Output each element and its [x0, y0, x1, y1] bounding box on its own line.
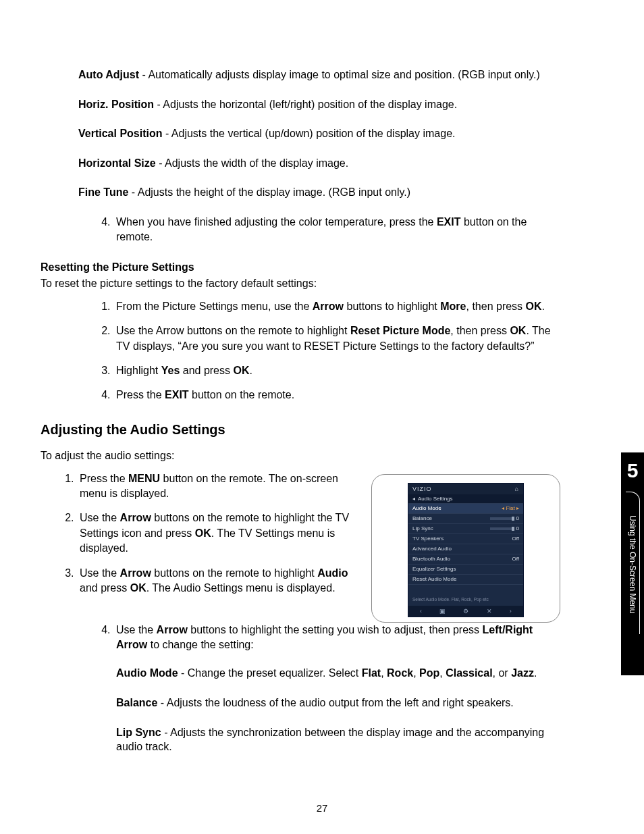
- term: Auto Adjust: [78, 69, 139, 80]
- definition-fine-tune: Fine Tune - Adjusts the height of the di…: [78, 185, 560, 200]
- audio-steps-continued: Use the Arrow buttons to highlight the s…: [41, 623, 560, 754]
- osd-hint: Select Audio Mode. Flat, Rock, Pop etc: [408, 584, 523, 606]
- osd-row-label: Bluetooth Audio: [412, 556, 450, 562]
- heading-reset-picture: Resetting the Picture Settings: [41, 261, 560, 273]
- reset-step-2: Use the Arrow buttons on the remote to h…: [113, 323, 560, 354]
- term: Vertical Position: [78, 128, 162, 139]
- chapter-tab: 5 Using the On-Screen Menu: [621, 452, 644, 675]
- osd-row-value: Off: [512, 536, 519, 542]
- reset-step-4: Press the EXIT button on the remote.: [113, 388, 560, 402]
- desc: - Adjusts the vertical (up/down) positio…: [162, 128, 455, 139]
- osd-row-label: Advanced Audio: [412, 546, 452, 552]
- osd-row-value: Off: [512, 556, 519, 562]
- osd-row: Equalizer Settings: [408, 564, 523, 574]
- desc: - Adjusts the width of the display image…: [156, 157, 348, 169]
- slider-icon: [490, 527, 514, 530]
- osd-footer: ‹ ▣ ⚙ ✕ ›: [408, 606, 523, 617]
- audio-step-3: Use the Arrow buttons on the remote to h…: [77, 566, 358, 596]
- osd-panel: VIZIO ⌂ ◂ Audio Settings Audio Mode◂ Fla…: [408, 483, 524, 617]
- audio-steps-list: Press the MENU button on the remote. The…: [41, 471, 358, 596]
- osd-row: Balance0: [408, 513, 523, 523]
- osd-row-label: Balance: [412, 515, 432, 521]
- osd-row: Lip Sync0: [408, 523, 523, 533]
- osd-row-label: Audio Mode: [412, 505, 441, 511]
- audio-step-4: Use the Arrow buttons to highlight the s…: [113, 623, 560, 754]
- home-icon: ⌂: [515, 486, 519, 492]
- slider-icon: [490, 517, 514, 520]
- definition-vertical-position: Vertical Position - Adjusts the vertical…: [78, 126, 560, 141]
- osd-footer-icon: ⚙: [463, 608, 468, 615]
- osd-row: Bluetooth AudioOff: [408, 554, 523, 564]
- osd-row-label: Reset Audio Mode: [412, 576, 456, 582]
- term: Balance: [116, 697, 157, 708]
- chapter-number: 5: [621, 459, 644, 482]
- audio-intro: To adjust the audio settings:: [41, 450, 560, 462]
- osd-screenshot: VIZIO ⌂ ◂ Audio Settings Audio Mode◂ Fla…: [371, 474, 560, 623]
- audio-step-1: Press the MENU button on the remote. The…: [77, 471, 358, 502]
- osd-row-label: Lip Sync: [412, 525, 433, 531]
- audio-step-2: Use the Arrow buttons on the remote to h…: [77, 511, 358, 556]
- step-4-exit: When you have finished adjusting the col…: [113, 215, 560, 245]
- osd-footer-icon: ‹: [420, 608, 422, 615]
- definition-audio-mode: Audio Mode - Change the preset equalizer…: [116, 666, 560, 681]
- definition-lip-sync: Lip Sync - Adjusts the synchronization b…: [116, 725, 560, 754]
- osd-row: Reset Audio Mode: [408, 574, 523, 584]
- osd-header: VIZIO ⌂: [408, 484, 523, 494]
- osd-row: TV SpeakersOff: [408, 533, 523, 544]
- osd-row-value: ◂ Flat ▸: [502, 505, 519, 511]
- definition-balance: Balance - Adjusts the loudness of the au…: [116, 696, 560, 710]
- osd-rows: Audio Mode◂ Flat ▸Balance0Lip Sync0TV Sp…: [408, 503, 523, 584]
- osd-row-label: TV Speakers: [412, 536, 444, 542]
- osd-row: Audio Mode◂ Flat ▸: [408, 503, 523, 513]
- term: Lip Sync: [116, 727, 161, 738]
- desc: - Adjusts the height of the display imag…: [128, 186, 410, 198]
- reset-steps-list: From the Picture Settings menu, use the …: [41, 299, 560, 403]
- term: Horiz. Position: [78, 99, 154, 110]
- definition-horizontal-size: Horizontal Size - Adjusts the width of t…: [78, 156, 560, 171]
- definition-horiz-position: Horiz. Position - Adjusts the horizontal…: [78, 97, 560, 112]
- audio-layout: Press the MENU button on the remote. The…: [41, 471, 560, 623]
- osd-footer-icon: ›: [510, 608, 512, 615]
- heading-audio-settings: Adjusting the Audio Settings: [41, 422, 560, 438]
- desc: - Automatically adjusts display image to…: [139, 69, 540, 80]
- picture-steps-continued: When you have finished adjusting the col…: [41, 215, 560, 245]
- definition-auto-adjust: Auto Adjust - Automatically adjusts disp…: [78, 68, 560, 82]
- audio-definitions: Audio Mode - Change the preset equalizer…: [116, 666, 560, 754]
- page-number: 27: [0, 802, 644, 814]
- osd-footer-icon: ✕: [487, 608, 492, 615]
- osd-row: Advanced Audio: [408, 544, 523, 554]
- term: Audio Mode: [116, 667, 178, 679]
- osd-title: ◂ Audio Settings: [408, 494, 523, 503]
- osd-row-value: 0: [490, 525, 519, 531]
- osd-footer-icon: ▣: [439, 608, 446, 615]
- back-arrow-icon: ◂: [412, 496, 418, 502]
- osd-row-label: Equalizer Settings: [412, 566, 456, 572]
- term: Fine Tune: [78, 186, 128, 198]
- term: Horizontal Size: [78, 157, 156, 169]
- reset-step-3: Highlight Yes and press OK.: [113, 363, 560, 378]
- reset-step-1: From the Picture Settings menu, use the …: [113, 299, 560, 314]
- reset-intro: To reset the picture settings to the fac…: [41, 278, 560, 290]
- osd-brand: VIZIO: [412, 486, 432, 492]
- document-page: Auto Adjust - Automatically adjusts disp…: [0, 0, 601, 796]
- desc: - Adjusts the horizontal (left/right) po…: [154, 99, 457, 110]
- osd-row-value: 0: [490, 515, 519, 521]
- audio-steps-column: Press the MENU button on the remote. The…: [41, 471, 358, 610]
- chapter-label: Using the On-Screen Menu: [628, 497, 637, 632]
